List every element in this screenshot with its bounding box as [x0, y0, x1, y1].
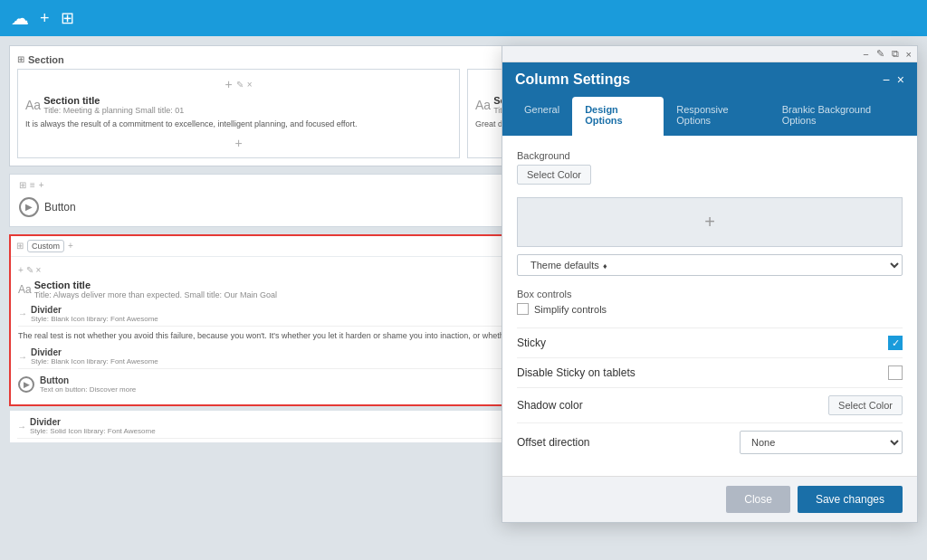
background-select-color-btn[interactable]: Select Color [517, 165, 591, 185]
shadow-select-color-btn[interactable]: Select Color [828, 395, 903, 415]
bg-preview[interactable]: + [517, 197, 903, 247]
main-area: ⊞ Section + ✎ × + ✎ × Aa Section title [0, 36, 927, 560]
dialog-tabs: General Design Options Responsive Option… [502, 97, 917, 136]
bottom-divider-label: Divider [30, 417, 156, 427]
dialog-body: Background Select Color + Theme defaults… [502, 136, 917, 476]
section-1-col-1: + ✎ × Aa Section title Title: Meeting & … [17, 69, 460, 158]
simplify-controls-row: Simplify controls [517, 303, 903, 315]
shadow-color-row: Shadow color Select Color [517, 387, 903, 422]
dialog-title-buttons: − × [883, 72, 904, 87]
bg-preview-plus-icon: + [704, 212, 715, 233]
tab-general[interactable]: General [511, 97, 572, 136]
dialog-top-min-btn[interactable]: − [863, 48, 868, 60]
disable-sticky-label: Disable Sticky on tablets [517, 366, 636, 379]
close-button[interactable]: Close [726, 486, 790, 513]
col-1-add-top: + ✎ × [25, 77, 452, 91]
divider-2-icon: → [18, 352, 27, 362]
bottom-divider-sub: Style: Solid Icon library: Font Awesome [30, 427, 156, 435]
theme-defaults-group: Theme defaults ⬧ [517, 254, 903, 276]
custom-badge: Custom [27, 240, 64, 252]
column-settings-dialog: − ✎ ⧉ × Column Settings − × General Desi… [502, 45, 918, 523]
topbar: ☁ + ⊞ [0, 0, 927, 36]
bs-add-icon[interactable]: + [68, 241, 73, 251]
box-controls-group: Box controls Simplify controls [517, 289, 903, 315]
disable-sticky-row: Disable Sticky on tablets [517, 357, 903, 387]
layout-button[interactable]: ⊞ [61, 10, 74, 26]
offset-direction-label: Offset direction [517, 436, 589, 449]
tab-responsive-options[interactable]: Responsive Options [664, 97, 769, 136]
expand-icon[interactable]: ⊞ [17, 54, 24, 64]
bsb-button-label: Button [40, 375, 136, 385]
sticky-label: Sticky [517, 337, 546, 349]
bsb-col-subtitle: Title: Always deliver more than expected… [34, 290, 277, 299]
dialog-close-btn[interactable]: × [897, 72, 904, 87]
dialog-minimize-btn[interactable]: − [883, 72, 890, 87]
divider-2-sub: Style: Blank Icon library: Font Awesome [31, 357, 158, 365]
col-1-text: It is always the result of a commitment … [25, 119, 452, 130]
logo-icon: ☁ [11, 7, 29, 29]
offset-direction-select[interactable]: None Left Right Both [740, 431, 903, 454]
divider-1-sub: Style: Blank Icon library: Font Awesome [31, 315, 158, 323]
background-field-group: Background Select Color [517, 150, 903, 185]
bsb-button-circle: ▶ [18, 376, 34, 393]
bsb-left-icons: + ✎ × [18, 265, 41, 275]
button-label: Button [44, 201, 76, 214]
bsb-col-title: Section title [34, 280, 277, 290]
dialog-footer: Close Save changes [502, 476, 917, 522]
sticky-row: Sticky ✓ [517, 327, 903, 357]
bsb-title-icon: Aa [18, 283, 32, 296]
divider-icon: → [18, 308, 27, 318]
col-1-title: Section title [43, 95, 184, 106]
tab-design-options[interactable]: Design Options [572, 97, 664, 136]
dialog-title: Column Settings [515, 71, 630, 88]
section-1-label: Section [28, 54, 64, 65]
dialog-top-copy-btn[interactable]: ⧉ [892, 48, 899, 60]
bs-expand-icon: ⊞ [16, 241, 24, 251]
sticky-checkbox[interactable]: ✓ [888, 336, 903, 350]
dialog-top-close-btn[interactable]: × [906, 48, 912, 60]
section-title-icon: Aa [25, 98, 41, 112]
add-button[interactable]: + [40, 10, 50, 26]
save-changes-button[interactable]: Save changes [798, 486, 903, 513]
bottom-divider-icon: → [17, 422, 26, 432]
theme-defaults-select[interactable]: Theme defaults ⬧ [517, 254, 903, 276]
col-1-add-bottom[interactable]: + [25, 136, 452, 150]
dialog-top-bar: − ✎ ⧉ × [502, 46, 917, 62]
simplify-controls-label: Simplify controls [534, 304, 607, 315]
shadow-color-label: Shadow color [517, 399, 583, 412]
col-1-subtitle: Title: Meeting & planning Small title: 0… [43, 106, 184, 115]
bsb-button-sub: Text on button: Discover more [40, 385, 136, 394]
simplify-controls-checkbox[interactable] [517, 303, 529, 315]
disable-sticky-checkbox[interactable] [888, 365, 903, 380]
mid-add-icon[interactable]: + [39, 180, 44, 190]
section-title-icon-2: Aa [475, 98, 491, 112]
mid-line-icon: ≡ [30, 180, 35, 190]
tab-brankic-background[interactable]: Brankic Background Options [769, 97, 908, 136]
dialog-top-edit-btn[interactable]: ✎ [876, 48, 884, 60]
divider-1-label: Divider [31, 305, 158, 315]
section-1-col-1-title-row: Aa Section title Title: Meeting & planni… [25, 95, 452, 115]
button-circle-icon: ▶ [19, 197, 39, 217]
background-label: Background [517, 150, 903, 161]
offset-direction-row: Offset direction None Left Right Both [517, 422, 903, 461]
mid-expand-icon: ⊞ [19, 180, 26, 190]
divider-2-label: Divider [31, 347, 158, 357]
dialog-titlebar: Column Settings − × [502, 62, 917, 97]
box-controls-label: Box controls [517, 289, 903, 299]
